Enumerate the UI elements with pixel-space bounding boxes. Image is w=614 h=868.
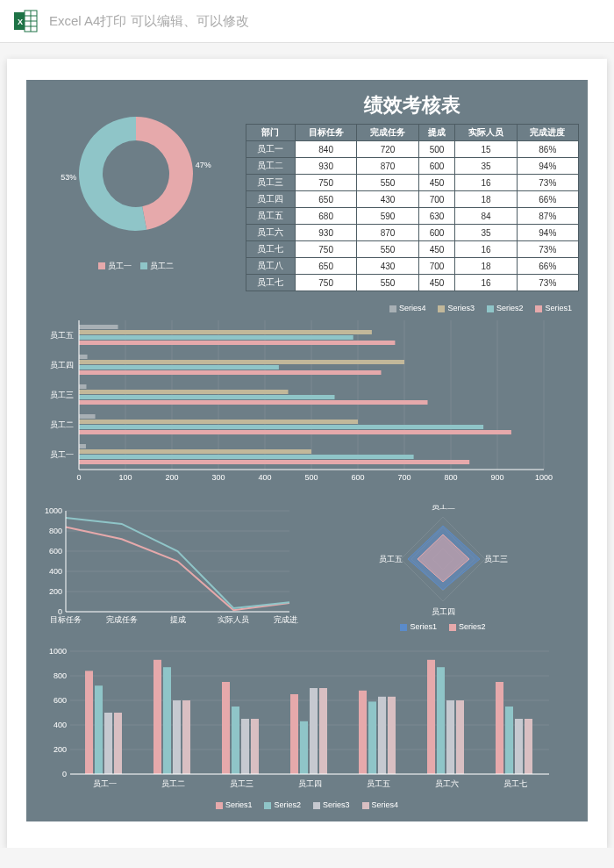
svg-text:员工五: 员工五: [367, 779, 390, 788]
table-panel: 绩效考核表 部门目标任务完成任务提成实际人员完成进度员工一84072050015…: [246, 89, 579, 291]
svg-rect-41: [79, 370, 382, 375]
svg-text:400: 400: [54, 721, 67, 729]
svg-rect-110: [290, 694, 298, 774]
svg-rect-56: [79, 460, 469, 464]
svg-rect-36: [79, 341, 395, 345]
svg-rect-54: [79, 449, 311, 454]
svg-rect-100: [154, 660, 161, 774]
svg-text:员工四: 员工四: [50, 361, 74, 369]
svg-text:实际人员: 实际人员: [218, 615, 249, 624]
svg-text:400: 400: [49, 567, 62, 576]
radar-legend: Series1Series2: [393, 619, 492, 635]
data-table: 部门目标任务完成任务提成实际人员完成进度员工一8407205001586%员工二…: [246, 124, 579, 291]
svg-text:800: 800: [49, 527, 62, 535]
donut-legend-2: 员工二: [150, 262, 174, 270]
vbar-legend: Series1Series2Series3Series4: [35, 797, 579, 813]
hbar-chart: Series4Series3Series2Series1 01002003004…: [35, 300, 579, 495]
svg-rect-49: [79, 420, 358, 424]
svg-text:800: 800: [54, 671, 67, 680]
svg-rect-123: [456, 700, 464, 774]
svg-rect-127: [515, 719, 523, 774]
svg-text:员工六: 员工六: [435, 779, 459, 788]
svg-rect-117: [378, 697, 386, 774]
svg-text:员工二: 员工二: [432, 505, 455, 511]
svg-rect-35: [79, 335, 353, 340]
svg-rect-102: [173, 700, 181, 774]
dashboard-panel: 47%53% 员工一 员工二 绩效考核表 部门目标任务完成任务提成实际人员完成进…: [26, 80, 588, 821]
svg-text:600: 600: [54, 696, 67, 705]
svg-text:800: 800: [444, 473, 457, 482]
svg-rect-125: [496, 682, 503, 774]
svg-rect-108: [251, 719, 259, 774]
svg-text:员工三: 员工三: [230, 779, 253, 788]
svg-text:完成进度: 完成进度: [274, 615, 298, 624]
svg-text:1000: 1000: [45, 506, 62, 515]
svg-rect-43: [79, 384, 86, 389]
svg-text:员工一: 员工一: [50, 450, 74, 459]
page-title: 绩效考核表: [246, 89, 579, 124]
svg-rect-112: [310, 688, 318, 774]
svg-rect-111: [300, 721, 308, 774]
svg-text:员工二: 员工二: [50, 420, 74, 429]
svg-rect-96: [95, 685, 103, 774]
svg-rect-38: [79, 355, 88, 359]
svg-text:300: 300: [211, 473, 225, 482]
svg-text:员工三: 员工三: [50, 391, 74, 399]
svg-text:员工一: 员工一: [93, 779, 117, 788]
svg-text:47%: 47%: [196, 160, 211, 169]
svg-rect-45: [79, 395, 335, 399]
svg-rect-95: [85, 671, 93, 774]
svg-rect-120: [427, 660, 435, 774]
svg-rect-97: [104, 713, 112, 774]
svg-text:员工四: 员工四: [298, 779, 322, 788]
svg-rect-107: [241, 719, 249, 774]
svg-rect-34: [79, 330, 372, 334]
svg-text:X: X: [18, 18, 23, 26]
svg-text:提成: 提成: [170, 615, 186, 624]
page: 47%53% 员工一 员工二 绩效考核表 部门目标任务完成任务提成实际人员完成进…: [7, 59, 607, 848]
svg-rect-105: [222, 682, 230, 774]
svg-rect-53: [79, 444, 86, 448]
svg-text:100: 100: [118, 473, 132, 482]
svg-text:员工五: 员工五: [379, 555, 403, 563]
svg-rect-103: [182, 700, 190, 774]
svg-rect-106: [232, 707, 239, 774]
svg-rect-128: [525, 719, 532, 774]
svg-text:员工七: 员工七: [503, 779, 527, 788]
vbar-chart: 02004006008001000员工一员工二员工三员工四员工五员工六员工七 S…: [35, 644, 579, 813]
svg-text:600: 600: [351, 473, 364, 482]
donut-legend: 员工一 员工二: [98, 261, 174, 272]
svg-text:200: 200: [165, 473, 178, 482]
line-chart: 02004006008001000目标任务完成任务提成实际人员完成进度: [35, 504, 298, 635]
svg-text:400: 400: [258, 473, 271, 482]
svg-text:700: 700: [397, 473, 411, 482]
svg-text:200: 200: [49, 587, 62, 596]
svg-text:0: 0: [62, 770, 67, 778]
donut-legend-1: 员工一: [108, 262, 132, 270]
svg-text:500: 500: [304, 473, 318, 482]
svg-text:53%: 53%: [61, 173, 76, 182]
svg-rect-98: [114, 713, 122, 774]
svg-rect-118: [388, 697, 396, 774]
svg-rect-33: [79, 325, 118, 329]
svg-text:900: 900: [490, 473, 503, 482]
svg-rect-55: [79, 455, 414, 459]
svg-text:目标任务: 目标任务: [50, 615, 82, 624]
svg-text:完成任务: 完成任务: [106, 615, 138, 624]
excel-icon: X: [14, 9, 39, 33]
radar-chart: 员工二员工三员工四员工五 Series1Series2: [307, 504, 579, 635]
svg-rect-40: [79, 365, 279, 369]
svg-rect-113: [319, 688, 327, 774]
svg-rect-115: [359, 691, 367, 774]
svg-text:200: 200: [54, 745, 67, 754]
svg-text:600: 600: [49, 547, 62, 556]
svg-rect-126: [505, 707, 513, 774]
svg-rect-101: [163, 667, 171, 774]
svg-text:1000: 1000: [49, 647, 67, 656]
topbar-text: Excel A4打印 可以编辑、可以修改: [49, 13, 249, 30]
svg-rect-39: [79, 360, 404, 364]
svg-text:员工三: 员工三: [484, 555, 508, 563]
svg-text:0: 0: [76, 473, 81, 482]
donut-chart: 47%53% 员工一 员工二: [35, 89, 237, 282]
svg-rect-121: [437, 667, 445, 774]
